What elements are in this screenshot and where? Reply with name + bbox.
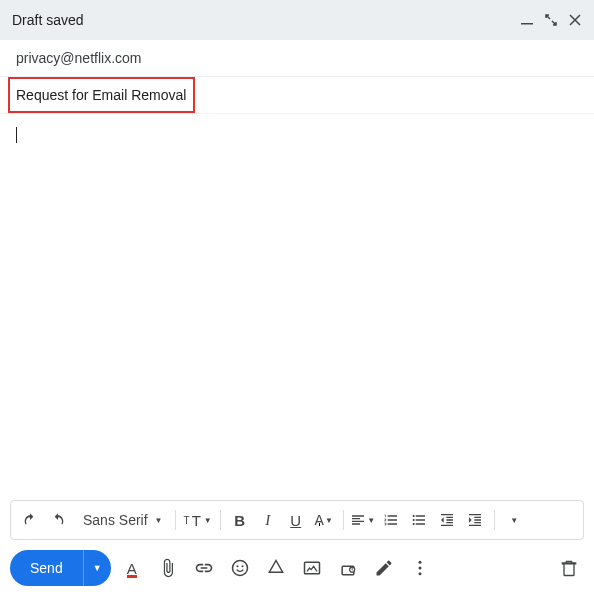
confidential-mode-icon[interactable] <box>333 553 363 583</box>
svg-point-3 <box>241 565 243 567</box>
discard-draft-icon[interactable] <box>554 553 584 583</box>
toolbar-divider <box>494 510 495 530</box>
bold-button[interactable]: B <box>227 507 253 533</box>
subject-text: Request for Email Removal <box>16 87 186 103</box>
formatting-toggle-button[interactable]: A <box>117 553 147 583</box>
redo-icon[interactable] <box>45 507 71 533</box>
font-selector[interactable]: Sans Serif ▼ <box>73 512 169 528</box>
underline-button[interactable]: U <box>283 507 309 533</box>
fullscreen-icon[interactable] <box>544 13 558 27</box>
text-color-button[interactable]: A ▼ <box>311 507 337 533</box>
chevron-down-icon: ▼ <box>510 516 518 525</box>
header-title: Draft saved <box>12 12 84 28</box>
minimize-icon[interactable] <box>520 13 534 27</box>
send-button[interactable]: Send <box>10 550 83 586</box>
size-large-icon: T <box>192 512 201 529</box>
format-a-icon: A <box>127 560 137 577</box>
bulleted-list-button[interactable] <box>406 507 432 533</box>
header-actions <box>520 13 582 27</box>
indent-more-button[interactable] <box>462 507 488 533</box>
svg-point-7 <box>418 561 421 564</box>
chevron-down-icon: ▼ <box>204 516 212 525</box>
svg-point-8 <box>418 567 421 570</box>
svg-point-1 <box>232 561 247 576</box>
font-size-group[interactable]: T T ▼ <box>182 512 214 529</box>
format-toolbar: Sans Serif ▼ T T ▼ B I U A ▼ ▼ ▼ <box>10 500 584 540</box>
insert-emoji-icon[interactable] <box>225 553 255 583</box>
more-options-icon[interactable] <box>405 553 435 583</box>
attach-file-icon[interactable] <box>153 553 183 583</box>
size-small-icon: T <box>184 515 190 526</box>
chevron-down-icon: ▼ <box>325 516 333 525</box>
undo-icon[interactable] <box>17 507 43 533</box>
compose-body[interactable] <box>0 114 594 446</box>
italic-button[interactable]: I <box>255 507 281 533</box>
svg-point-9 <box>418 572 421 575</box>
compose-header: Draft saved <box>0 0 594 40</box>
send-button-group: Send ▼ <box>10 550 111 586</box>
svg-rect-0 <box>521 23 533 25</box>
insert-drive-icon[interactable] <box>261 553 291 583</box>
send-more-button[interactable]: ▼ <box>83 550 111 586</box>
toolbar-divider <box>175 510 176 530</box>
color-a-icon: A <box>315 512 324 528</box>
insert-photo-icon[interactable] <box>297 553 327 583</box>
indent-less-button[interactable] <box>434 507 460 533</box>
align-button[interactable]: ▼ <box>350 507 376 533</box>
numbered-list-button[interactable] <box>378 507 404 533</box>
chevron-down-icon: ▼ <box>367 516 375 525</box>
insert-signature-icon[interactable] <box>369 553 399 583</box>
subject-field[interactable]: Request for Email Removal <box>0 77 594 114</box>
toolbar-divider <box>343 510 344 530</box>
more-formatting-button[interactable]: ▼ <box>501 507 527 533</box>
font-name: Sans Serif <box>83 512 148 528</box>
chevron-down-icon: ▼ <box>155 516 163 525</box>
bottom-action-bar: Send ▼ A <box>10 546 584 590</box>
insert-link-icon[interactable] <box>189 553 219 583</box>
toolbar-divider <box>220 510 221 530</box>
close-icon[interactable] <box>568 13 582 27</box>
recipient-field[interactable]: privacy@netflix.com <box>0 40 594 77</box>
svg-point-2 <box>236 565 238 567</box>
text-cursor <box>16 127 17 143</box>
